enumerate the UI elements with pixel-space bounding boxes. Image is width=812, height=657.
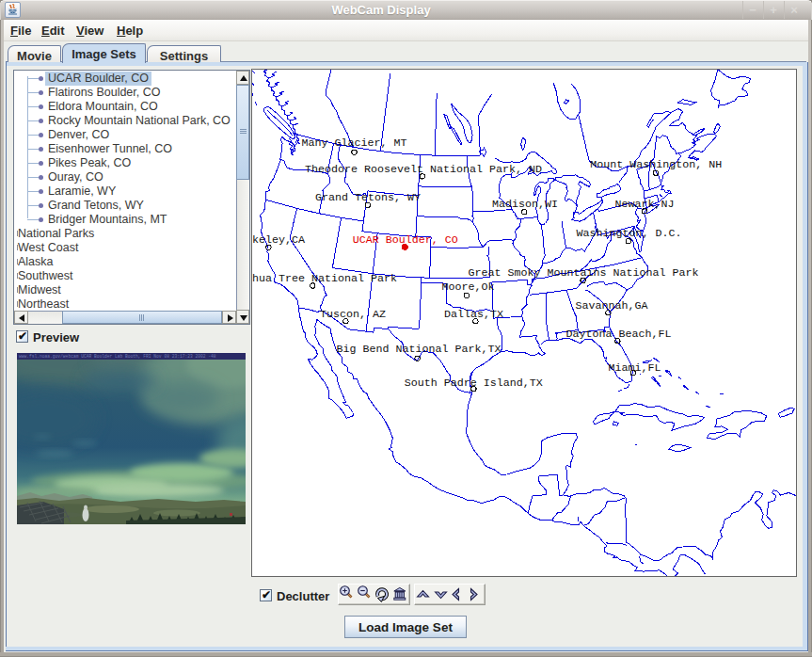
svg-text:Great Smoky Mountains National: Great Smoky Mountains National Park (469, 266, 699, 280)
svg-text:Newark,NJ: Newark,NJ (614, 198, 674, 211)
svg-text:Savannah,GA: Savannah,GA (576, 299, 649, 312)
svg-text:Tuscon, AZ: Tuscon, AZ (320, 308, 386, 321)
svg-text:Mount Washington, NH: Mount Washington, NH (590, 158, 722, 171)
svg-text:Grand Tetons, WY: Grand Tetons, WY (315, 191, 421, 204)
svg-text:Washington, D.C.: Washington, D.C. (576, 227, 681, 240)
svg-text:Moore,Ok: Moore,Ok (442, 280, 495, 294)
svg-text:Joshua Tree National Park: Joshua Tree National Park (252, 272, 397, 285)
svg-text:UCAR Boulder, CO: UCAR Boulder, CO (353, 233, 458, 247)
svg-text:Theodore Roosevelt National Pa: Theodore Roosevelt National Park, ND (305, 163, 542, 176)
svg-text:South Padre Island,TX: South Padre Island,TX (405, 377, 543, 390)
svg-text:Dallas,TX: Dallas,TX (444, 308, 503, 321)
svg-text:Berkeley,CA: Berkeley,CA (252, 233, 306, 247)
svg-text:Miami,FL: Miami,FL (608, 361, 661, 375)
svg-text:Daytona Beach,FL: Daytona Beach,FL (566, 328, 672, 341)
svg-text:Madison,WI: Madison,WI (492, 198, 558, 211)
svg-text:Many Glacier, MT: Many Glacier, MT (301, 136, 406, 150)
svg-text:www.fsl.noaa.gov/webcam UCAR: www.fsl.noaa.gov/webcam UCAR Boulder Lab… (19, 354, 216, 359)
svg-text:Big Bend National Park,TX: Big Bend National Park,TX (336, 343, 501, 356)
